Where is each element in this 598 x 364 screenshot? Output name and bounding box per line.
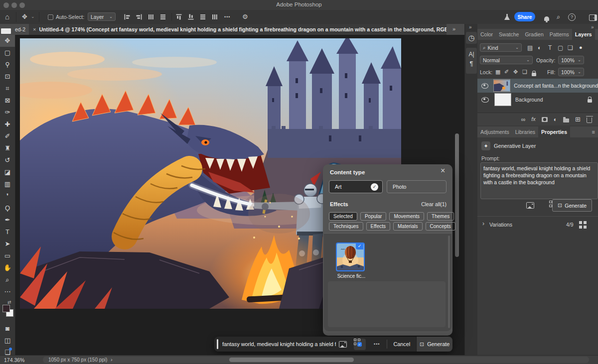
workspace-chevron-icon[interactable]: ⌄ [592,15,596,19]
path-selection-tool[interactable]: ➤ [0,238,15,250]
align-center-h-icon[interactable] [136,13,143,20]
content-type-settings-icon[interactable]: ✓ [354,339,366,350]
tab-layers[interactable]: Layers [572,29,595,40]
taskbar-grip[interactable] [217,339,218,349]
auto-select-dropdown[interactable]: Layer ⌄ [88,12,116,21]
cancel-button[interactable]: Cancel [393,341,410,347]
tab-color[interactable]: Color [477,29,496,40]
tab-libraries[interactable]: Libraries [512,126,538,137]
tab-patterns[interactable]: Patterns [547,29,572,40]
layer-thumbnail[interactable] [493,79,510,92]
canvas-vertical-scrollbar[interactable] [455,133,459,257]
align-bottom-icon[interactable] [199,13,206,20]
tab-overflow-icon[interactable]: » [452,26,455,32]
tab-properties[interactable]: Properties [538,126,570,137]
new-layer-icon[interactable]: ⊞ [575,116,581,122]
paragraph-panel-icon[interactable]: ¶ [466,58,477,67]
lock-paint-icon[interactable]: ✐ [504,69,509,75]
lock-transparent-icon[interactable]: ▦ [495,69,500,75]
generate-button[interactable]: ⊡ Generate [552,199,592,212]
variations-row[interactable]: › Variations 4/9 [477,219,598,230]
zoom-tool[interactable]: ⌕ [0,274,15,286]
type-tool[interactable]: T [0,226,15,238]
clear-all-link[interactable]: Clear all(1) [399,202,447,207]
layer-visibility-icon[interactable] [481,83,488,89]
blur-tool[interactable]: ❜ [0,190,15,202]
panel-menu-icon[interactable]: ≡ [589,126,598,137]
dialog-scrollbar[interactable] [448,236,450,328]
move-tool-option-icon[interactable]: ✥ [22,13,27,20]
chip-effects[interactable]: Effects [366,222,390,231]
adjustment-layer-icon[interactable]: ◐ [554,117,557,122]
lock-artboard-icon[interactable]: ❏ [522,69,527,75]
content-type-art-button[interactable]: Art ✓ [329,180,383,193]
opacity-dropdown[interactable]: 100% ⌄ [558,56,584,64]
effects-scroll-area[interactable]: ✓ Science fic... [324,233,451,331]
new-group-icon[interactable] [563,119,569,122]
pen-tool[interactable]: ✒ [0,214,15,226]
fill-dropdown[interactable]: 100% ⌄ [558,68,584,76]
dodge-tool[interactable]: Ϙ [0,202,15,214]
previous-tab-thumbnail[interactable] [1,28,11,34]
rectangle-tool[interactable]: ▭ [0,250,15,262]
status-chevron-icon[interactable]: › [111,357,113,363]
auto-select-checkbox[interactable] [48,14,53,20]
eyedropper-tool[interactable]: ✑ [0,107,15,119]
lock-all-icon[interactable] [532,73,536,76]
variations-chevron-icon[interactable]: › [482,221,484,227]
chip-themes[interactable]: Themes [427,212,454,221]
previous-tab-label[interactable]: ed-2 [15,26,25,32]
chip-techniques[interactable]: Techniques [329,222,363,231]
more-options-icon[interactable]: ••• [224,15,230,19]
help-icon[interactable]: ? [568,13,576,21]
move-tool[interactable]: ✥ [0,35,15,47]
filter-adjustment-layers-icon[interactable]: ◐ [538,45,541,51]
content-type-photo-button[interactable]: Photo [387,180,447,193]
tab-adjustments[interactable]: Adjustments [477,126,512,137]
filter-smart-objects-icon[interactable]: ❏ [568,45,573,51]
taskbar-generate-button[interactable]: ⊡ Generate [416,337,452,352]
chip-popular[interactable]: Popular [360,212,386,221]
document-info[interactable]: 1050 px x 750 px (150 ppi) [48,357,107,363]
align-top-icon[interactable] [175,13,182,20]
layer-row-background[interactable]: Background [477,93,598,107]
filter-type-layers-icon[interactable]: T [548,45,552,51]
brush-tool[interactable]: ✐ [0,130,15,142]
chip-concepts[interactable]: Concepts [426,222,455,231]
eraser-tool[interactable]: ◪ [0,166,15,178]
close-icon[interactable]: × [441,166,445,175]
home-icon[interactable]: ⌂ [5,13,9,20]
swap-colors-icon[interactable]: ⇄ [7,300,11,305]
prompt-textarea[interactable]: fantasy world, medieval knight holding a… [480,162,598,199]
lock-move-icon[interactable]: ✥ [513,69,518,75]
link-layers-icon[interactable]: ∞ [521,117,526,122]
distribute-h-icon[interactable] [159,13,166,20]
layer-filter-dropdown[interactable]: ⌕ Kind ⌄ [480,43,522,52]
notifications-bell-icon[interactable] [544,16,549,21]
panel-menu-icon[interactable]: ≡ [595,29,598,40]
spot-healing-tool[interactable]: ✚ [0,119,15,130]
lasso-tool[interactable]: ⚲ [0,59,15,71]
collapse-strip-icon[interactable]: » [469,25,472,30]
tab-gradients[interactable]: Gradien [522,29,546,40]
share-button[interactable]: Share [514,12,535,21]
variations-grid-icon[interactable] [579,221,582,224]
screen-mode-icon[interactable]: ◫ [0,335,15,347]
character-panel-icon[interactable]: A| [466,48,477,58]
filter-shape-layers-icon[interactable]: ▢ [558,45,563,51]
distribute-v-icon[interactable] [211,13,218,20]
clone-stamp-tool[interactable]: ♜ [0,142,15,154]
frame-tool[interactable]: ⊠ [0,95,15,107]
add-mask-icon[interactable] [542,117,548,122]
chip-selected[interactable]: Selected [329,212,357,221]
history-panel-icon-well[interactable]: ◷ [466,32,477,44]
active-document-tab[interactable]: × Untitled-4 @ 174% (Concept art fantasy… [29,24,447,35]
beta-flask-icon[interactable] [504,14,510,20]
hand-tool[interactable]: ✋ [0,262,15,274]
chip-materials[interactable]: Materials [393,222,423,231]
align-left-icon[interactable] [124,13,131,20]
delete-layer-icon[interactable] [587,118,592,123]
reference-image-icon[interactable] [339,341,347,348]
tab-close-icon[interactable]: × [29,26,39,32]
search-icon[interactable]: ⌕ [557,13,560,20]
